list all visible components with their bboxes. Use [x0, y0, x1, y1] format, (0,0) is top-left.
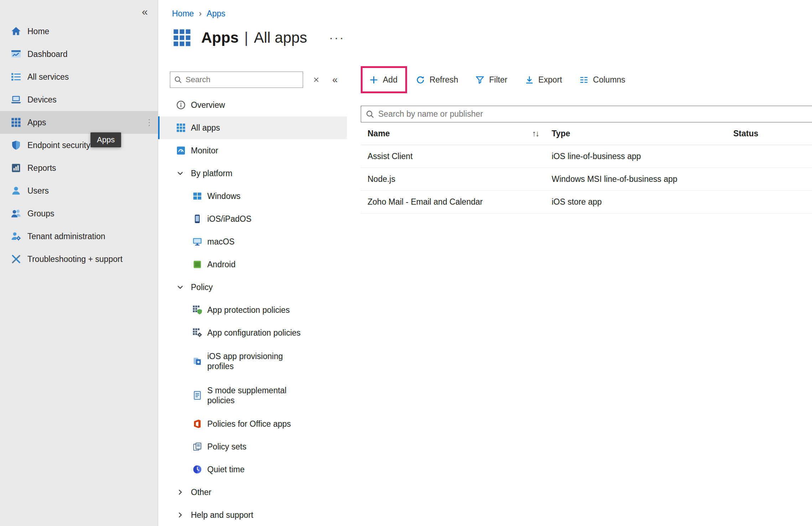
column-header-status[interactable]: Status: [733, 129, 812, 138]
subnav-item-overview[interactable]: Overview: [158, 94, 347, 116]
monitor-gauge-icon: [176, 146, 186, 156]
subnav-item-ios-ipados[interactable]: iOS/iPadOS: [158, 207, 347, 230]
subnav-item-android[interactable]: Android: [158, 253, 347, 276]
subnav-search-input[interactable]: [186, 75, 299, 84]
table-row[interactable]: Zoho Mail - Email and Calendar iOS store…: [361, 191, 812, 214]
troubleshooting-tools-icon: [11, 254, 21, 264]
sidebar-item-reports[interactable]: Reports: [0, 157, 158, 179]
subnav-search-box[interactable]: [170, 72, 303, 88]
subnav-item-s-mode-supplemental-policies[interactable]: S mode supplemental policies: [158, 378, 347, 412]
page-subtitle: All apps: [254, 29, 307, 46]
office-logo-icon: [192, 419, 202, 429]
sidebar-item-tenant-administration[interactable]: Tenant administration: [0, 225, 158, 248]
command-bar: Add Refresh Filter Export: [361, 66, 812, 93]
subnav-item-app-protection-policies[interactable]: App protection policies: [158, 299, 347, 321]
user-icon: [11, 185, 21, 196]
subnav-item-label: Windows: [207, 191, 240, 201]
table-row[interactable]: Assist Client iOS line-of-business app: [361, 145, 812, 168]
sidebar-item-home[interactable]: Home: [0, 20, 158, 43]
chevron-right-icon: [176, 488, 184, 496]
chevron-right-icon: [176, 511, 184, 519]
subnav-item-policy-sets[interactable]: Policy sets: [158, 435, 347, 458]
apps-search-bar[interactable]: [361, 106, 812, 122]
sidebar-item-all-services[interactable]: All services: [0, 65, 158, 88]
subnav-item-policies-for-office-apps[interactable]: Policies for Office apps: [158, 412, 347, 435]
export-button[interactable]: Export: [525, 75, 562, 85]
subnav-group-label: By platform: [191, 169, 232, 178]
subnav-item-label: Monitor: [191, 146, 218, 156]
breadcrumb-apps-link[interactable]: Apps: [207, 9, 225, 19]
groups-icon: [11, 208, 21, 219]
apps-grid-icon: [11, 117, 21, 128]
subnav-item-macos[interactable]: macOS: [158, 230, 347, 253]
subnav-collapse-button[interactable]: «: [332, 74, 338, 85]
sidebar-item-users[interactable]: Users: [0, 179, 158, 202]
sidebar-collapse-button[interactable]: «: [0, 4, 158, 20]
subnav-item-windows[interactable]: Windows: [158, 185, 347, 207]
sidebar-item-label: Endpoint security: [27, 141, 90, 150]
cell-type: iOS line-of-business app: [552, 152, 733, 161]
page-title: Apps: [201, 29, 239, 46]
all-services-icon: [11, 72, 21, 82]
subnav-item-label: macOS: [207, 237, 235, 247]
chevron-down-icon: [176, 169, 184, 178]
apps-table: Name ↑↓ Type Status Assist Client iOS li…: [361, 122, 812, 214]
sidebar-item-apps[interactable]: Apps ⋮: [0, 111, 158, 134]
cell-name[interactable]: Zoho Mail - Email and Calendar: [368, 197, 552, 207]
cell-name[interactable]: Assist Client: [368, 152, 552, 161]
blade-menu-ellipsis-button[interactable]: ···: [329, 31, 345, 44]
refresh-icon: [416, 75, 425, 85]
sidebar-item-troubleshooting-support[interactable]: Troubleshooting + support: [0, 248, 158, 270]
sort-arrows-icon[interactable]: ↑↓: [532, 129, 539, 138]
refresh-button[interactable]: Refresh: [416, 75, 458, 85]
filter-button-label: Filter: [489, 75, 507, 85]
sidebar-item-devices[interactable]: Devices: [0, 88, 158, 111]
sidebar-item-label: Apps: [27, 118, 46, 127]
close-x-icon: [312, 76, 320, 84]
main-sidebar: « Home Dashboard All services Devices Ap…: [0, 0, 158, 526]
windows-icon: [192, 191, 202, 201]
intune-admin-screen: « Home Dashboard All services Devices Ap…: [0, 0, 812, 526]
page-header: Home › Apps Apps | All apps ···: [158, 0, 812, 48]
subnav-item-all-apps[interactable]: All apps: [158, 116, 347, 139]
subnav-group-help-and-support[interactable]: Help and support: [158, 504, 347, 526]
table-row[interactable]: Node.js Windows MSI line-of-business app: [361, 168, 812, 191]
tenant-admin-icon: [11, 231, 21, 242]
subnav-item-label: Overview: [191, 100, 225, 110]
sidebar-item-label: Users: [27, 186, 49, 196]
subnav-item-label: Android: [207, 260, 235, 269]
column-header-name[interactable]: Name ↑↓: [368, 129, 552, 138]
cell-type: Windows MSI line-of-business app: [552, 174, 733, 184]
subnav-group-label: Help and support: [191, 510, 253, 520]
sidebar-item-label: Groups: [27, 209, 54, 219]
sidebar-item-endpoint-security[interactable]: Endpoint security: [0, 134, 158, 157]
cell-name[interactable]: Node.js: [368, 174, 552, 184]
add-button[interactable]: Add: [369, 75, 397, 85]
export-button-label: Export: [538, 75, 562, 85]
breadcrumb-separator-icon: ›: [199, 9, 202, 19]
content-row: « Overview All apps Monitor: [158, 60, 812, 526]
subnav-item-label: App configuration policies: [207, 328, 301, 338]
sidebar-item-dashboard[interactable]: Dashboard: [0, 43, 158, 65]
columns-button[interactable]: Columns: [579, 75, 625, 85]
clear-search-icon[interactable]: [312, 76, 320, 84]
subnav-item-app-configuration-policies[interactable]: App configuration policies: [158, 321, 347, 344]
filter-funnel-icon: [475, 75, 485, 85]
sidebar-item-groups[interactable]: Groups: [0, 202, 158, 225]
subnav-group-policy[interactable]: Policy: [158, 276, 347, 299]
context-menu-dots-icon[interactable]: ⋮: [145, 117, 153, 127]
sidebar-item-label: Home: [27, 27, 49, 36]
page-title-divider: |: [244, 29, 248, 46]
subnav-item-monitor[interactable]: Monitor: [158, 139, 347, 162]
export-download-icon: [525, 75, 534, 85]
subnav-group-by-platform[interactable]: By platform: [158, 162, 347, 185]
subnav-item-ios-app-provisioning-profiles[interactable]: iOS app provisioning profiles: [158, 344, 347, 378]
subnav-group-other[interactable]: Other: [158, 481, 347, 504]
subnav-item-quiet-time[interactable]: Quiet time: [158, 458, 347, 481]
filter-button[interactable]: Filter: [475, 75, 507, 85]
page-title-row: Apps | All apps ···: [172, 28, 812, 48]
column-header-type[interactable]: Type: [552, 129, 733, 138]
cell-type: iOS store app: [552, 197, 733, 207]
breadcrumb-home-link[interactable]: Home: [172, 9, 194, 19]
apps-search-input[interactable]: [378, 109, 812, 119]
